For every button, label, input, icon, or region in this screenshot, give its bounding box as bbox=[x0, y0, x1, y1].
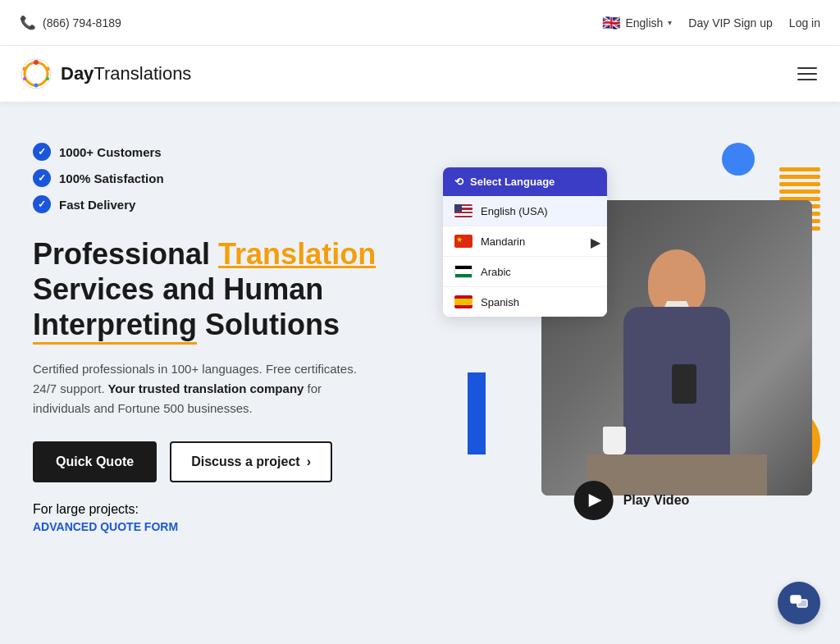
right-column: ⟲ Select Language English (USA) ▶ Mandar… bbox=[443, 135, 820, 545]
lang-card-header: ⟲ Select Language bbox=[443, 167, 607, 196]
flag-mandarin bbox=[454, 235, 472, 248]
badge-satisfaction: 100% Satisfaction bbox=[33, 169, 410, 187]
lang-label-mandarin: Mandarin bbox=[481, 235, 525, 248]
lang-label-arabic: Arabic bbox=[481, 266, 511, 278]
language-label: English bbox=[625, 16, 663, 30]
check-icon-2 bbox=[33, 169, 51, 187]
phone-section: 📞 (866) 794-8189 bbox=[20, 15, 121, 30]
title-part2: Services and Human bbox=[33, 272, 323, 306]
svg-point-7 bbox=[23, 67, 27, 71]
lang-option-arabic[interactable]: Arabic bbox=[443, 257, 607, 287]
hero-title: Professional Translation Services and Hu… bbox=[33, 236, 410, 343]
title-part3: Solutions bbox=[197, 308, 340, 341]
cta-buttons: Quick Quote Discuss a project › bbox=[33, 441, 410, 482]
person-phone bbox=[672, 364, 696, 404]
svg-point-5 bbox=[34, 84, 39, 88]
cursor-icon: ▶ bbox=[591, 235, 600, 250]
svg-point-4 bbox=[46, 77, 49, 80]
hamburger-line-1 bbox=[797, 67, 817, 69]
play-button-circle[interactable] bbox=[574, 481, 614, 520]
play-triangle-icon bbox=[588, 494, 601, 507]
quick-quote-button[interactable]: Quick Quote bbox=[33, 441, 157, 482]
flag-arabic bbox=[454, 265, 472, 278]
desc-bold: Your trusted translation company bbox=[105, 381, 304, 395]
lang-option-english[interactable]: English (USA) ▶ bbox=[443, 196, 607, 226]
person-figure bbox=[587, 233, 767, 496]
title-highlight: Translation bbox=[218, 237, 376, 271]
title-underline: Interpreting bbox=[33, 308, 197, 345]
mug bbox=[603, 427, 626, 454]
deco-blue-circle bbox=[722, 143, 755, 176]
badge-customers: 1000+ Customers bbox=[33, 143, 410, 161]
logo[interactable]: DayTranslations bbox=[20, 57, 191, 90]
flag-spanish bbox=[454, 295, 472, 308]
phone-icon: 📞 bbox=[20, 15, 36, 30]
hamburger-menu[interactable] bbox=[794, 64, 820, 84]
lang-option-spanish[interactable]: Spanish bbox=[443, 287, 607, 317]
logo-text: DayTranslations bbox=[61, 63, 191, 84]
large-projects-section: For large projects: ADVANCED QUOTE FORM bbox=[33, 502, 410, 533]
hamburger-line-2 bbox=[797, 73, 817, 75]
phone-number: (866) 794-8189 bbox=[43, 16, 121, 30]
badge-label-2: 100% Satisfaction bbox=[59, 171, 164, 185]
lang-option-mandarin[interactable]: Mandarin bbox=[443, 226, 607, 257]
deco-blue-rect bbox=[468, 372, 486, 454]
discuss-label: Discuss a project bbox=[191, 454, 300, 469]
language-selector[interactable]: 🇬🇧 English ▾ bbox=[602, 14, 672, 32]
chevron-down-icon: ▾ bbox=[668, 18, 672, 27]
large-projects-text: For large projects: bbox=[33, 502, 139, 516]
flag-usa bbox=[454, 204, 472, 217]
svg-point-3 bbox=[46, 67, 50, 71]
hamburger-line-3 bbox=[797, 79, 817, 80]
check-icon-1 bbox=[33, 143, 51, 161]
badge-label-1: 1000+ Customers bbox=[59, 145, 162, 159]
arrow-right-icon: › bbox=[307, 454, 311, 469]
chat-icon bbox=[789, 593, 809, 613]
lang-label-english: English (USA) bbox=[481, 205, 548, 217]
lang-card-title: Select Language bbox=[470, 176, 555, 188]
badge-label-3: Fast Delivery bbox=[59, 198, 135, 212]
badge-delivery: Fast Delivery bbox=[33, 195, 410, 213]
flag-icon: 🇬🇧 bbox=[602, 14, 620, 32]
vip-signup-link[interactable]: Day VIP Sign up bbox=[688, 16, 772, 30]
play-video-button[interactable]: Play Video bbox=[574, 481, 690, 520]
logo-icon bbox=[20, 57, 52, 90]
translate-icon: ⟲ bbox=[454, 176, 463, 188]
left-column: 1000+ Customers 100% Satisfaction Fast D… bbox=[33, 135, 410, 533]
svg-point-2 bbox=[34, 60, 39, 65]
language-select-card: ⟲ Select Language English (USA) ▶ Mandar… bbox=[443, 167, 607, 317]
title-part1: Professional bbox=[33, 237, 218, 271]
hero-description: Certified professionals in 100+ language… bbox=[33, 359, 377, 418]
badges-list: 1000+ Customers 100% Satisfaction Fast D… bbox=[33, 143, 410, 213]
chat-button[interactable] bbox=[778, 582, 820, 624]
login-link[interactable]: Log in bbox=[789, 16, 820, 30]
nav-bar: DayTranslations bbox=[0, 46, 840, 102]
svg-point-6 bbox=[23, 77, 26, 80]
discuss-project-button[interactable]: Discuss a project › bbox=[170, 441, 332, 482]
check-icon-3 bbox=[33, 195, 51, 213]
main-content: 1000+ Customers 100% Satisfaction Fast D… bbox=[0, 102, 840, 561]
top-bar: 📞 (866) 794-8189 🇬🇧 English ▾ Day VIP Si… bbox=[0, 0, 840, 46]
lang-label-spanish: Spanish bbox=[481, 296, 519, 308]
top-bar-right: 🇬🇧 English ▾ Day VIP Sign up Log in bbox=[602, 14, 820, 32]
advanced-quote-link[interactable]: ADVANCED QUOTE FORM bbox=[33, 520, 410, 533]
play-video-label: Play Video bbox=[623, 493, 690, 508]
